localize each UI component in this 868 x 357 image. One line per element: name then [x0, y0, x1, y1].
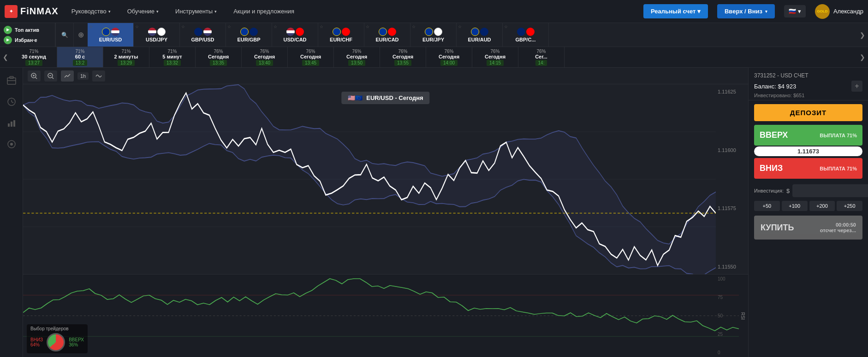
- favorites-icon: ▶: [4, 36, 12, 44]
- favorites-label: Избран·е: [15, 37, 37, 43]
- time-item[interactable]: 76% Сегодня 13:50: [334, 47, 380, 68]
- buy-timer: 00:00:50: [836, 222, 856, 228]
- asset-item[interactable]: ☆ USD/JPY: [134, 23, 180, 47]
- logo-icon: ✦: [5, 5, 18, 18]
- invest-input[interactable]: [792, 184, 868, 197]
- real-account-button[interactable]: Реальный счет ▾: [643, 4, 708, 18]
- deposit-button[interactable]: ДЕПОЗИТ: [754, 104, 862, 121]
- asset-item[interactable]: ☆ EUR/USD: [88, 23, 134, 47]
- nav-promotions[interactable]: Акции и предложения: [230, 6, 298, 17]
- chart-type-button[interactable]: [61, 70, 74, 82]
- indicator-button[interactable]: [92, 70, 105, 82]
- asset-name: GBP/C...: [515, 37, 535, 42]
- time-item[interactable]: 76% Сегодня 13:40: [242, 47, 288, 68]
- asset-name: EUR/USD: [99, 37, 122, 42]
- quick-amount-button[interactable]: +50: [754, 201, 780, 211]
- asset-item[interactable]: ☆ EUR/JPY: [410, 23, 457, 47]
- buy-button[interactable]: КУПИТЬ 00:00:50 отсчет через...: [754, 216, 862, 240]
- time-item[interactable]: 71% 2 минуты 13:29: [103, 47, 149, 68]
- flag-icon: [203, 28, 212, 36]
- time-duration: 5 минут: [162, 54, 182, 59]
- asset-item[interactable]: ☆ EUR/CHF: [318, 23, 364, 47]
- time-duration: Сегодня: [485, 54, 505, 59]
- top-assets-row[interactable]: ▶ Топ актив: [4, 26, 51, 34]
- username: Александр: [833, 8, 863, 15]
- user-menu[interactable]: GOLD Александр: [815, 4, 863, 19]
- up-down-button[interactable]: Вверх / Вниз ▾: [717, 4, 775, 18]
- asset-name: EUR/JPY: [422, 37, 444, 42]
- down-trade-button[interactable]: ВНИЗ ВЫПЛАТА 71%: [754, 158, 862, 179]
- rsi-area: RSI 100 75 50 25 0 Выбор трейдеров ВНИЗ …: [23, 274, 748, 357]
- time-item[interactable]: 76% Сег... 14:: [518, 47, 565, 68]
- logo[interactable]: ✦ FiNMAX: [5, 5, 59, 18]
- up-trade-button[interactable]: ВВЕРХ ВЫПЛАТА 71%: [754, 125, 862, 146]
- asset-name: USD/JPY: [146, 37, 167, 42]
- flag-icon: [333, 28, 341, 36]
- balance-row: Баланс: $4 923 +: [754, 81, 862, 92]
- asset-name: EUR/CAD: [375, 37, 398, 42]
- asset-nav-right[interactable]: ❯: [857, 23, 868, 47]
- time-value: 13:2: [73, 60, 87, 66]
- time-duration: Сегодня: [346, 54, 367, 59]
- time-item[interactable]: 76% Сегодня 14:15: [472, 47, 518, 68]
- time-item[interactable]: 71% 30 секунд 13:27: [11, 47, 57, 68]
- asset-name: USD/CAD: [283, 37, 306, 42]
- time-nav-left[interactable]: ❮: [0, 47, 11, 67]
- time-item[interactable]: 76% Сегодня 13:55: [380, 47, 426, 68]
- price-level-3: 1.11575: [718, 205, 746, 211]
- down-label: ВНИЗ: [760, 164, 783, 173]
- search-button[interactable]: 🔍: [55, 23, 74, 47]
- asset-item[interactable]: ☆ GBP/C...: [503, 23, 549, 47]
- language-button[interactable]: 🇷🇺 ▾: [784, 5, 806, 18]
- time-item[interactable]: 76% Сегодня 13:45: [288, 47, 334, 68]
- time-item[interactable]: 71% 5 минут 13:32: [149, 47, 196, 68]
- star-icon: ☆: [366, 24, 369, 29]
- time-value: 14:00: [440, 60, 458, 66]
- analytics-icon[interactable]: [3, 115, 20, 131]
- star-icon: ☆: [89, 24, 93, 29]
- zoom-in-button[interactable]: [28, 70, 41, 82]
- price-badge: 1.11673: [754, 146, 862, 156]
- svg-rect-7: [11, 122, 12, 127]
- history-icon[interactable]: [3, 136, 20, 152]
- asset-item[interactable]: ☆ EUR/AUD: [457, 23, 503, 47]
- clock-icon[interactable]: [3, 94, 20, 110]
- time-duration: Сег...: [535, 54, 547, 59]
- chevron-down-icon: ▾: [214, 9, 217, 14]
- time-item[interactable]: 71% 60 с 13:2: [57, 47, 103, 68]
- svg-line-5: [12, 102, 13, 103]
- quick-amount-button[interactable]: +250: [837, 201, 862, 211]
- quick-amount-button[interactable]: +100: [782, 201, 808, 211]
- asset-item[interactable]: ☆ USD/CAD: [272, 23, 318, 47]
- time-pct: 71%: [75, 49, 84, 54]
- portfolio-icon[interactable]: [3, 72, 20, 89]
- time-item[interactable]: 76% Сегодня 14:00: [426, 47, 472, 68]
- nav-instruments[interactable]: Инструменты ▾: [172, 6, 220, 17]
- add-asset-button[interactable]: ⊕: [74, 23, 88, 47]
- time-value: 13:29: [118, 60, 135, 66]
- top-navigation: ✦ FiNMAX Руководство ▾ Обучение ▾ Инстру…: [0, 0, 868, 23]
- time-duration: Сегодня: [254, 54, 275, 59]
- timeframe-label[interactable]: 1h: [77, 72, 89, 80]
- up-label: ВВЕРХ: [760, 130, 788, 140]
- asset-item[interactable]: ☆ GBP/USD: [180, 23, 226, 47]
- flag-icon: [157, 28, 166, 36]
- chart-toolbar: 1h: [23, 68, 748, 84]
- flag-icon: [250, 28, 258, 36]
- chevron-down-icon: ▾: [156, 9, 159, 14]
- plus-icon: ⊕: [78, 30, 84, 39]
- star-icon: ☆: [135, 24, 139, 29]
- nav-education[interactable]: Обучение ▾: [124, 6, 162, 17]
- favorites-row[interactable]: ▶ Избран·е: [4, 36, 51, 44]
- flag-icon: [194, 28, 202, 36]
- time-nav-right[interactable]: ❯: [857, 47, 868, 67]
- asset-item[interactable]: ☆ EUR/CAD: [364, 23, 410, 47]
- time-item[interactable]: 76% Сегодня 13:35: [196, 47, 242, 68]
- quick-amount-button[interactable]: +200: [809, 201, 835, 211]
- star-icon: ☆: [504, 24, 508, 29]
- asset-item[interactable]: ☆ EUR/GBP: [226, 23, 272, 47]
- add-funds-button[interactable]: +: [851, 81, 862, 92]
- zoom-out-button[interactable]: [44, 70, 57, 82]
- nav-guide[interactable]: Руководство ▾: [68, 6, 114, 17]
- time-duration: Сегодня: [300, 54, 321, 59]
